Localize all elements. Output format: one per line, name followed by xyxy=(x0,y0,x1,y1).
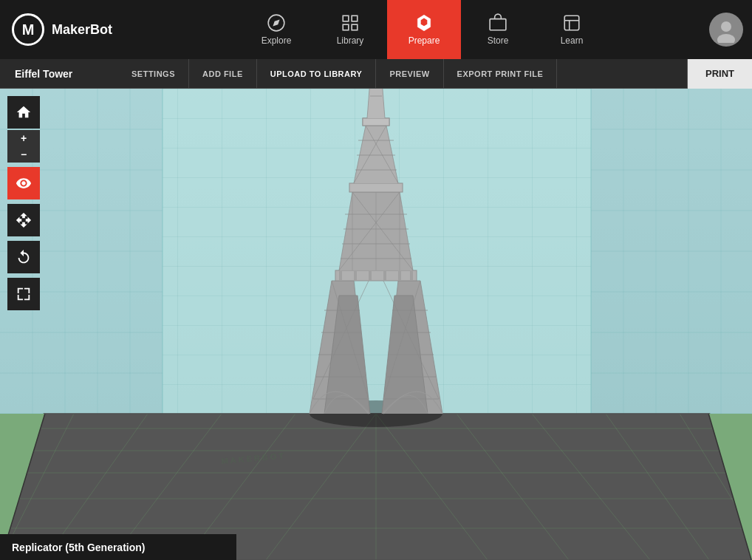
scale-group xyxy=(7,278,40,310)
add-file-button[interactable]: ADD FILE xyxy=(189,59,257,89)
zoom-in-button[interactable]: + xyxy=(7,130,40,146)
home-zoom-group: + − xyxy=(7,96,40,163)
nav-item-store[interactable]: Store xyxy=(461,0,535,59)
zoom-group: + − xyxy=(7,130,40,163)
user-area[interactable] xyxy=(700,0,752,59)
viewport-background xyxy=(0,89,752,560)
scale-tool-button[interactable] xyxy=(7,278,40,310)
nav-item-prepare[interactable]: Prepare xyxy=(387,0,461,59)
toolbar-actions: SETTINGS ADD FILE UPLOAD TO LIBRARY PREV… xyxy=(118,59,687,89)
logo-icon: M xyxy=(12,13,44,46)
home-view-button[interactable] xyxy=(7,96,40,129)
learn-icon xyxy=(562,13,581,33)
file-title: Eiffel Tower xyxy=(0,68,118,80)
svg-point-11 xyxy=(721,21,731,32)
nav-label-explore: Explore xyxy=(262,35,292,46)
svg-rect-5 xyxy=(352,24,358,30)
move-icon xyxy=(16,212,32,228)
move-group xyxy=(7,204,40,236)
printer-status: Replicator (5th Generation) xyxy=(12,542,145,553)
preview-button[interactable]: PREVIEW xyxy=(376,59,443,89)
zoom-out-button[interactable]: − xyxy=(7,146,40,163)
avatar-icon xyxy=(713,16,739,43)
svg-rect-8 xyxy=(490,19,506,30)
nav-label-prepare: Prepare xyxy=(409,35,440,46)
toolbar: Eiffel Tower SETTINGS ADD FILE UPLOAD TO… xyxy=(0,59,752,89)
nav-label-learn: Learn xyxy=(561,35,584,46)
export-print-file-button[interactable]: EXPORT PRINT FILE xyxy=(444,59,558,89)
store-icon xyxy=(488,13,507,33)
scale-icon xyxy=(16,286,32,302)
top-navigation: M MakerBot Explore Library Prepare xyxy=(0,0,752,59)
logo-area[interactable]: M MakerBot xyxy=(0,0,148,59)
app-name: MakerBot xyxy=(52,22,112,38)
nav-label-library: Library xyxy=(337,35,364,46)
svg-rect-3 xyxy=(352,16,358,21)
main-viewport: MAKERBOT + − xyxy=(0,89,752,560)
rotate-group xyxy=(7,241,40,273)
nav-item-explore[interactable]: Explore xyxy=(239,0,313,59)
print-button[interactable]: PRINT xyxy=(687,59,752,89)
left-toolbar: + − xyxy=(7,96,40,310)
move-tool-button[interactable] xyxy=(7,204,40,236)
nav-item-library[interactable]: Library xyxy=(313,0,387,59)
svg-marker-1 xyxy=(273,19,279,26)
upload-to-library-button[interactable]: UPLOAD TO LIBRARY xyxy=(257,59,377,89)
explore-icon xyxy=(267,13,286,33)
nav-item-learn[interactable]: Learn xyxy=(535,0,609,59)
settings-button[interactable]: SETTINGS xyxy=(118,59,189,89)
nav-label-store: Store xyxy=(488,35,509,46)
eye-tool-button[interactable] xyxy=(7,167,40,199)
library-icon xyxy=(341,13,360,33)
svg-rect-4 xyxy=(343,24,349,30)
rotate-icon xyxy=(16,249,32,265)
eye-icon xyxy=(16,175,32,191)
status-bar: Replicator (5th Generation) xyxy=(0,534,236,560)
user-avatar[interactable] xyxy=(709,13,743,47)
rotate-tool-button[interactable] xyxy=(7,241,40,273)
visibility-group xyxy=(7,167,40,199)
home-icon xyxy=(16,104,32,120)
prepare-icon xyxy=(414,13,434,33)
nav-bar: Explore Library Prepare Store xyxy=(148,0,700,59)
svg-rect-2 xyxy=(343,16,349,21)
